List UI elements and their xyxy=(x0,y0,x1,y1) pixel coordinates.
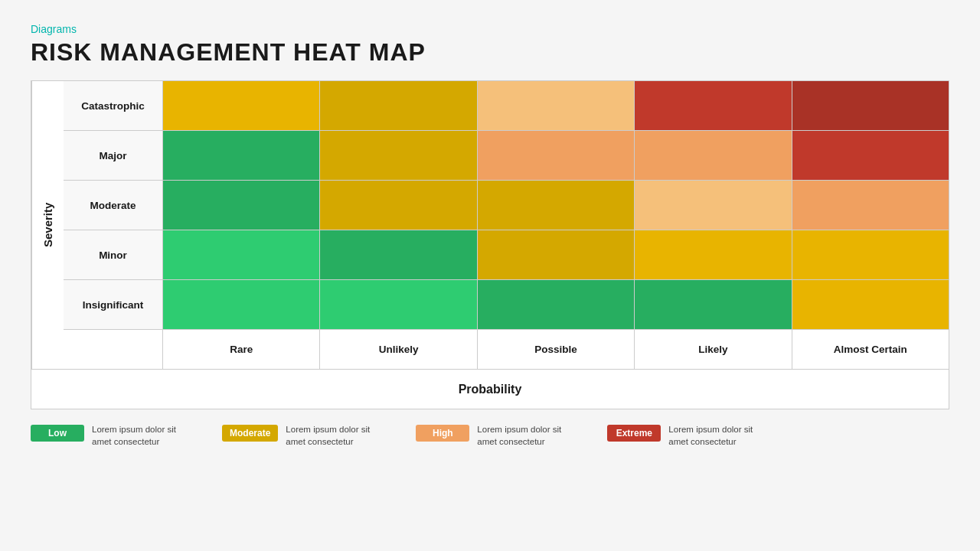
legend-badge: Moderate xyxy=(222,425,278,442)
heat-cell xyxy=(320,230,477,279)
heat-cell xyxy=(163,280,320,329)
row-label: Insignificant xyxy=(64,280,163,329)
heat-cell xyxy=(635,181,792,230)
heat-cell xyxy=(320,131,477,180)
heat-cell xyxy=(792,280,949,329)
heat-cell xyxy=(792,230,949,279)
heat-cell xyxy=(478,181,635,230)
grid-row: Catastrophic xyxy=(64,81,949,131)
legend-item: LowLorem ipsum dolor sit amet consectetu… xyxy=(31,423,191,448)
col-header: Possible xyxy=(478,330,635,369)
grid-row: Major xyxy=(64,131,949,181)
severity-axis-label: Severity xyxy=(31,81,64,369)
legend-badge: Extreme xyxy=(607,425,661,442)
matrix-container: Severity CatastrophicMajorModerateMinorI… xyxy=(31,80,949,409)
heat-cell xyxy=(635,230,792,279)
heat-cell xyxy=(792,181,949,230)
probability-axis-label: Probability xyxy=(31,369,949,409)
legend-text: Lorem ipsum dolor sit amet consectetur xyxy=(92,423,191,448)
col-header: Almost Certain xyxy=(792,330,949,369)
heat-cell xyxy=(635,131,792,180)
heat-cell xyxy=(478,131,635,180)
heat-cell xyxy=(163,131,320,180)
grid-row: Minor xyxy=(64,230,949,280)
legend-text: Lorem ipsum dolor sit amet consectetur xyxy=(668,423,768,448)
category-label: Diagrams xyxy=(31,23,949,35)
heat-cell xyxy=(163,181,320,230)
col-header: Likely xyxy=(635,330,792,369)
heat-cell xyxy=(478,81,635,130)
row-label: Moderate xyxy=(64,181,163,230)
page-title: RISK MANAGEMENT HEAT MAP xyxy=(31,38,949,67)
grid-row: Moderate xyxy=(64,181,949,230)
heat-cell xyxy=(478,280,635,329)
grid-row: Insignificant xyxy=(64,280,949,329)
heat-cell xyxy=(163,230,320,279)
legend-badge: High xyxy=(416,425,469,442)
legend-text: Lorem ipsum dolor sit amet consectetur xyxy=(477,423,577,448)
heat-cell xyxy=(792,81,949,130)
heat-cell xyxy=(320,181,477,230)
col-header: Rare xyxy=(163,330,320,369)
heat-cell xyxy=(320,81,477,130)
heat-cell xyxy=(635,81,792,130)
legend-item: HighLorem ipsum dolor sit amet consectet… xyxy=(416,423,577,448)
legend-badge: Low xyxy=(31,425,84,442)
row-label: Catastrophic xyxy=(64,81,163,130)
heat-cell xyxy=(635,280,792,329)
heat-cell xyxy=(792,131,949,180)
legend-item: ExtremeLorem ipsum dolor sit amet consec… xyxy=(607,423,768,448)
heat-cell xyxy=(163,81,320,130)
legend-item: ModerateLorem ipsum dolor sit amet conse… xyxy=(222,423,385,448)
legend-text: Lorem ipsum dolor sit amet consectetur xyxy=(286,423,385,448)
heat-cell xyxy=(320,280,477,329)
col-header: Unlikely xyxy=(320,330,477,369)
row-label: Minor xyxy=(64,230,163,279)
row-label: Major xyxy=(64,131,163,180)
legend: LowLorem ipsum dolor sit amet consectetu… xyxy=(31,409,949,448)
heat-cell xyxy=(478,230,635,279)
